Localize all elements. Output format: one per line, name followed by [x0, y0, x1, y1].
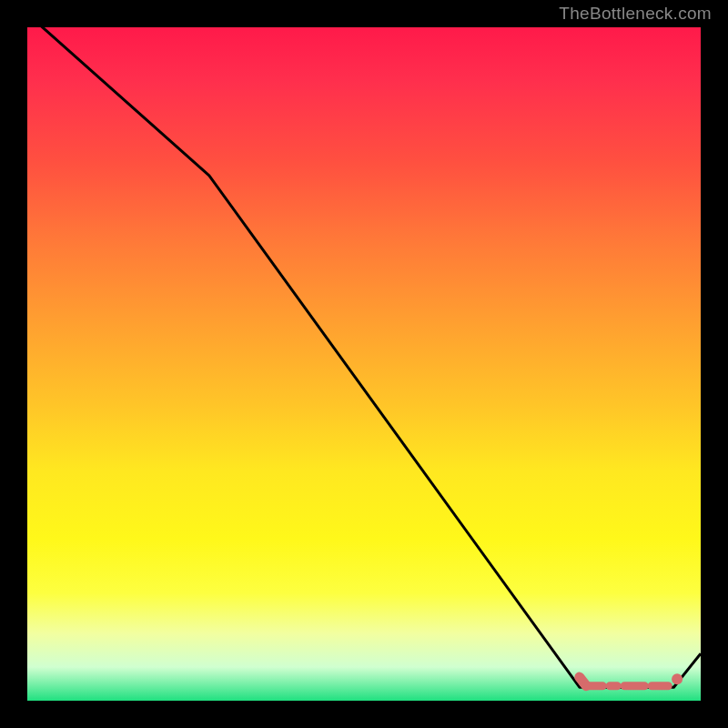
optimal-end-dot	[672, 673, 682, 684]
watermark-text: TheBottleneck.com	[559, 4, 712, 24]
bottleneck-curve-line	[27, 14, 701, 687]
chart-lines-layer	[27, 27, 701, 701]
